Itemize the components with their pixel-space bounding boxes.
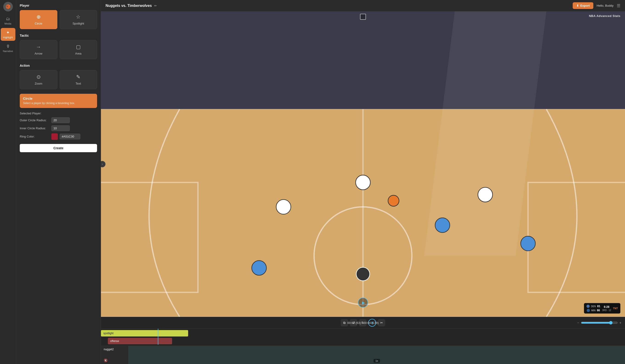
clip-speed-badge: 1x [374, 359, 380, 363]
track-row-offense: offense [101, 338, 625, 345]
tool-zoom-label: Zoom [35, 82, 42, 85]
zoom-slider[interactable] [581, 321, 618, 325]
header-right: ⬇ Export Hello, Buddy ☰ [573, 2, 620, 9]
track-spotlight[interactable]: spotlight [101, 330, 188, 336]
sidebar-nav: 🏀 🗂 Media ✦ Highlight 🎙 Narrative [0, 0, 16, 364]
broadcast-logo: TNT [613, 307, 618, 310]
sidebar-item-label-narrative: Narrative [3, 50, 13, 53]
circle-info-desc: Select a player by clicking a bounding b… [23, 101, 94, 105]
player-tools-grid: ⊕ Circle ☆ Spotlight [20, 10, 97, 29]
menu-icon[interactable]: ☰ [617, 3, 620, 8]
playback-controls: ⧉ ↺ ↻ ⏸ ✂ 00:02 (63) / 00:04 (139) − + [101, 317, 625, 329]
court-background [101, 11, 625, 317]
ring-color-input[interactable] [60, 134, 80, 139]
play-button-overlay[interactable]: ▶ [358, 298, 368, 308]
inner-radius-label: Inner Circle Radius: [20, 127, 50, 130]
team2-logo [587, 309, 590, 312]
outer-radius-label: Outer Circle Radius: [20, 118, 50, 122]
create-button[interactable]: Create [20, 144, 97, 152]
selected-player-row: Selected Player: [20, 112, 97, 115]
export-button[interactable]: ⬇ Export [573, 2, 593, 9]
narrative-icon: 🎙 [6, 44, 10, 49]
track-spotlight-label: spotlight [103, 332, 114, 335]
track-offense-label: offense [110, 339, 119, 343]
ring-color-row: Ring Color: [20, 133, 97, 140]
sidebar-item-label-media: Media [5, 22, 11, 25]
edit-title-icon[interactable]: ✏ [154, 4, 157, 8]
fullscreen-indicator[interactable] [360, 14, 366, 20]
score-quarter: 3RD · 12 [602, 309, 611, 311]
play-triangle-icon: ▶ [362, 301, 365, 305]
clip-name: nugget2 [104, 348, 125, 351]
tools-panel: Player ⊕ Circle ☆ Spotlight Tactic → Arr… [16, 0, 101, 364]
tool-arrow-label: Arrow [35, 52, 42, 55]
tool-circle-label: Circle [35, 22, 42, 25]
tool-text-label: Text [75, 82, 81, 85]
tool-circle[interactable]: ⊕ Circle [20, 10, 57, 29]
spotlight-icon: ☆ [76, 14, 81, 20]
zoom-icon: ⊙ [36, 74, 41, 80]
svg-point-15 [356, 267, 370, 281]
sidebar-item-media[interactable]: 🗂 Media [1, 14, 15, 27]
sidebar-item-highlight[interactable]: ✦ Highlight [1, 28, 15, 41]
timeline-area: ⧉ ↺ ↻ ⏸ ✂ 00:02 (63) / 00:04 (139) − + s… [101, 317, 625, 364]
score-team1: DEN 81 [587, 305, 600, 308]
header: Nuggets vs. Timberwolves ✏ ⬇ Export Hell… [101, 0, 625, 11]
media-icon: 🗂 [6, 17, 10, 21]
svg-point-9 [276, 200, 291, 214]
video-area: NBA Advanced Stats DEN 81 MIN 66 6:28 [101, 11, 625, 317]
tool-zoom[interactable]: ⊙ Zoom [20, 70, 57, 89]
tool-area[interactable]: ▢ Area [60, 40, 97, 59]
track-offense[interactable]: offense [108, 338, 172, 344]
inner-radius-input[interactable] [51, 125, 70, 131]
time-display: 00:02 (63) / 00:04 (139) [347, 321, 379, 325]
score-clock: 6:28 [604, 305, 609, 308]
tool-arrow[interactable]: → Arrow [20, 40, 57, 59]
team2-name: MIN [591, 309, 595, 312]
sidebar-item-label-highlight: Highlight [3, 36, 13, 39]
area-icon: ▢ [76, 44, 81, 50]
score-time-block: 6:28 3RD · 12 [602, 305, 611, 311]
export-icon: ⬇ [576, 4, 579, 7]
clip-button[interactable]: ⧉ [341, 319, 348, 326]
clip-audio-icon[interactable]: 🔇 [104, 359, 125, 362]
play-circle-btn[interactable]: ▶ [358, 298, 368, 308]
outer-radius-row: Outer Circle Radius: [20, 117, 97, 123]
tool-text[interactable]: ✎ Text [60, 70, 97, 89]
text-icon: ✎ [76, 74, 80, 80]
scissors-button[interactable]: ✂ [378, 319, 385, 326]
tool-spotlight-label: Spotlight [72, 22, 84, 25]
inner-radius-row: Inner Circle Radius: [20, 125, 97, 131]
main-content: Nuggets vs. Timberwolves ✏ ⬇ Export Hell… [101, 0, 625, 364]
team1-logo [587, 305, 590, 308]
clip-track-area[interactable]: 1x [128, 346, 625, 364]
svg-point-13 [521, 236, 535, 251]
user-greeting: Hello, Buddy [596, 4, 614, 7]
fs-box [360, 14, 366, 20]
tactic-section-title: Tactic [20, 34, 97, 37]
tool-spotlight[interactable]: ☆ Spotlight [60, 10, 97, 29]
clip-row: nugget2 🔇 1x [101, 346, 625, 364]
tactic-tools-grid: → Arrow ▢ Area [20, 40, 97, 59]
team1-name: DEN [591, 305, 596, 308]
tool-area-label: Area [75, 52, 81, 55]
track-row-spotlight: spotlight [101, 330, 625, 337]
ring-color-swatch[interactable] [51, 133, 58, 140]
player-section-title: Player [20, 4, 97, 7]
zoom-minus-icon[interactable]: − [577, 321, 579, 325]
export-label: Export [580, 4, 590, 7]
selected-player-label: Selected Player: [20, 112, 50, 115]
svg-point-11 [435, 218, 450, 232]
sidebar-item-narrative[interactable]: 🎙 Narrative [1, 42, 15, 55]
clip-label-area: nugget2 🔇 [101, 346, 128, 364]
playhead-line [158, 329, 158, 345]
team2-score: 66 [597, 309, 600, 312]
scoreboard: DEN 81 MIN 66 6:28 3RD · 12 TNT [584, 303, 620, 313]
svg-point-12 [478, 187, 493, 202]
action-tools-grid: ⊙ Zoom ✎ Text [20, 70, 97, 89]
outer-radius-input[interactable] [51, 117, 70, 123]
circle-info-box: Circle Select a player by clicking a bou… [20, 94, 97, 108]
header-left: Nuggets vs. Timberwolves ✏ [106, 4, 157, 8]
team1-score: 81 [597, 305, 600, 308]
zoom-plus-icon[interactable]: + [620, 321, 621, 325]
